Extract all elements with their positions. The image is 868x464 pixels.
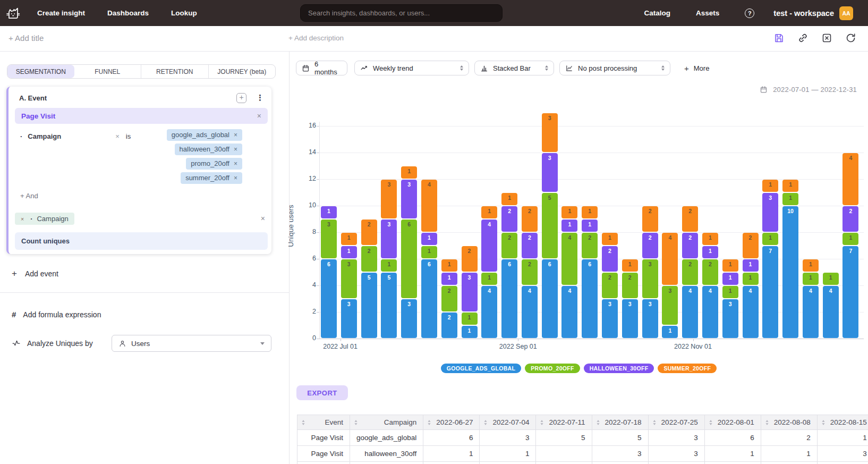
bar-segment-google_ads_global[interactable] (341, 299, 357, 338)
bar-segment-halloween_30off[interactable] (642, 233, 658, 258)
bar-segment-google_ads_global[interactable] (782, 206, 798, 338)
bar-segment-promo_20off[interactable] (622, 273, 638, 298)
bar-segment-google_ads_global[interactable] (682, 286, 698, 338)
legend-item-google_ads_global[interactable]: GOOGLE_ADS_GLOBAL (441, 364, 521, 373)
tab-retention[interactable]: RETENTION (141, 65, 208, 78)
column-header-2022-07-04[interactable]: 2022-07-04 (480, 415, 536, 430)
add-event-button[interactable]: + Add event (12, 268, 58, 279)
bar-segment-summer_20off[interactable] (642, 206, 658, 232)
bar-segment-google_ads_global[interactable] (321, 259, 337, 338)
bar-segment-google_ads_global[interactable] (501, 259, 517, 338)
bar-segment-halloween_30off[interactable] (561, 220, 577, 232)
nav-item-catalog[interactable]: Catalog (644, 9, 671, 17)
search-input[interactable] (300, 4, 503, 22)
remove-value-icon[interactable]: × (234, 174, 237, 182)
sort-icon[interactable] (302, 420, 305, 425)
bar-segment-halloween_30off[interactable] (501, 206, 517, 232)
selected-event-row[interactable]: Page Visit × (15, 108, 268, 124)
column-header-2022-07-18[interactable]: 2022-07-18 (592, 415, 648, 430)
bar-segment-summer_20off[interactable] (501, 193, 517, 205)
filter-operator[interactable]: is (126, 132, 131, 140)
sort-icon[interactable] (653, 420, 656, 425)
bar-segment-google_ads_global[interactable] (522, 286, 538, 338)
save-icon[interactable] (773, 32, 785, 44)
bar-segment-google_ads_global[interactable] (602, 299, 618, 338)
bar-segment-summer_20off[interactable] (662, 233, 678, 285)
bar-segment-promo_20off[interactable] (702, 259, 718, 285)
bar-segment-promo_20off[interactable] (682, 259, 698, 285)
bar-segment-google_ads_global[interactable] (582, 259, 598, 338)
bar-segment-google_ads_global[interactable] (481, 286, 497, 338)
column-header-2022-08-01[interactable]: 2022-08-01 (704, 415, 761, 430)
remove-value-icon[interactable]: × (234, 160, 237, 167)
bar-segment-google_ads_global[interactable] (622, 299, 638, 338)
bar-segment-promo_20off[interactable] (542, 193, 558, 258)
bar-segment-halloween_30off[interactable] (421, 233, 437, 245)
workspace-name[interactable]: test - workspace (773, 9, 834, 18)
bar-segment-summer_20off[interactable] (421, 180, 437, 232)
bar-segment-google_ads_global[interactable] (401, 299, 417, 338)
filter-value-tag[interactable]: summer_20off× (181, 172, 242, 184)
bar-segment-google_ads_global[interactable] (743, 286, 759, 338)
tab-journey-beta-[interactable]: JOURNEY (beta) (208, 65, 276, 78)
aggregation-row[interactable]: Count uniques (15, 232, 268, 250)
bar-segment-google_ads_global[interactable] (722, 299, 738, 338)
bar-segment-halloween_30off[interactable] (702, 246, 718, 258)
bar-segment-google_ads_global[interactable] (662, 326, 678, 338)
analyze-by-select[interactable]: Users (112, 335, 271, 352)
app-logo-cat-icon[interactable] (4, 4, 22, 22)
add-description-field[interactable]: + Add description (288, 34, 344, 42)
bar-segment-halloween_30off[interactable] (401, 180, 417, 218)
bar-segment-summer_20off[interactable] (401, 166, 417, 179)
filter-property-name[interactable]: Campaign (28, 132, 61, 140)
bar-segment-promo_20off[interactable] (662, 286, 678, 325)
column-header-2022-08-08[interactable]: 2022-08-08 (761, 415, 817, 430)
bar-segment-halloween_30off[interactable] (843, 206, 858, 232)
remove-filter-icon[interactable]: × (115, 132, 120, 140)
bar-segment-google_ads_global[interactable] (762, 246, 778, 338)
bar-segment-promo_20off[interactable] (843, 233, 858, 245)
remove-value-icon[interactable]: × (234, 146, 237, 153)
bar-segment-halloween_30off[interactable] (542, 153, 558, 192)
avatar[interactable]: AA (839, 6, 853, 20)
bar-segment-google_ads_global[interactable] (803, 286, 819, 338)
column-header-2022-08-15[interactable]: 2022-08-15 (817, 415, 868, 430)
bar-segment-promo_20off[interactable] (441, 286, 457, 311)
bar-segment-google_ads_global[interactable] (561, 286, 577, 338)
nav-item-create-insight[interactable]: Create insight (37, 9, 85, 17)
sort-icon[interactable] (540, 420, 543, 425)
column-header-2022-07-11[interactable]: 2022-07-11 (536, 415, 592, 430)
filter-value-tag[interactable]: promo_20off× (186, 158, 242, 170)
bar-segment-halloween_30off[interactable] (582, 220, 598, 232)
add-title-field[interactable]: + Add title (8, 33, 44, 43)
bar-segment-promo_20off[interactable] (522, 259, 538, 285)
refresh-icon[interactable] (845, 32, 856, 44)
column-header-event[interactable]: Event (297, 415, 350, 430)
column-header-2022-07-25[interactable]: 2022-07-25 (648, 415, 704, 430)
bar-segment-promo_20off[interactable] (602, 273, 618, 298)
bar-segment-summer_20off[interactable] (682, 206, 698, 232)
legend-item-summer_20off[interactable]: SUMMER_20OFF (658, 364, 717, 373)
bar-segment-promo_20off[interactable] (462, 313, 478, 325)
kebab-menu-icon[interactable]: ⋮ (256, 93, 264, 103)
help-icon[interactable]: ? (745, 9, 754, 18)
sort-icon[interactable] (428, 420, 431, 425)
nav-item-assets[interactable]: Assets (696, 9, 719, 17)
copy-link-icon[interactable] (797, 32, 809, 44)
bar-segment-promo_20off[interactable] (823, 273, 839, 285)
filter-value-tag[interactable]: google_ads_global× (167, 129, 242, 141)
bar-segment-summer_20off[interactable] (542, 113, 558, 152)
bar-segment-promo_20off[interactable] (321, 220, 337, 258)
bar-segment-summer_20off[interactable] (843, 153, 858, 205)
clear-insight-icon[interactable] (821, 32, 832, 44)
bar-segment-halloween_30off[interactable] (441, 273, 457, 285)
nav-item-dashboards[interactable]: Dashboards (107, 9, 149, 17)
bar-segment-halloween_30off[interactable] (462, 273, 478, 311)
legend-item-halloween_30off[interactable]: HALLOWEEN_30OFF (584, 364, 654, 373)
bar-segment-summer_20off[interactable] (361, 220, 377, 245)
bar-segment-halloween_30off[interactable] (722, 273, 738, 285)
bar-segment-promo_20off[interactable] (561, 233, 577, 285)
bar-segment-google_ads_global[interactable] (542, 259, 558, 338)
bar-segment-promo_20off[interactable] (401, 220, 417, 298)
tab-segmentation[interactable]: SEGMENTATION (7, 65, 74, 78)
